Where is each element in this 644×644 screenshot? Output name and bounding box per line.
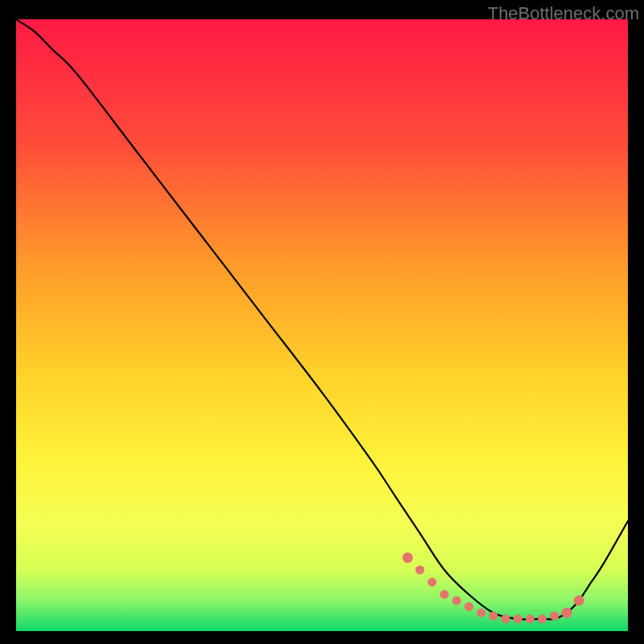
marker-dot — [562, 608, 572, 618]
marker-dot — [502, 614, 510, 623]
chart-stage: { "watermark": "TheBottleneck.com", "col… — [0, 0, 644, 644]
marker-dot — [427, 578, 436, 587]
marker-dot — [550, 612, 559, 621]
curve-line — [16, 19, 628, 619]
marker-dot — [464, 602, 473, 611]
plot-layer — [16, 19, 628, 631]
marker-dot — [477, 609, 485, 617]
marker-dot — [574, 596, 584, 606]
marker-dot — [402, 552, 413, 563]
curve-path — [16, 19, 628, 619]
marker-dot — [526, 614, 535, 623]
marker-dot — [489, 612, 497, 621]
marker-dots — [402, 552, 584, 623]
marker-dot — [440, 590, 449, 599]
marker-dot — [514, 614, 522, 623]
marker-dot — [538, 614, 547, 623]
marker-dot — [415, 566, 424, 575]
watermark-text: TheBottleneck.com — [488, 3, 639, 24]
chart-frame — [16, 19, 628, 631]
marker-dot — [452, 597, 461, 605]
